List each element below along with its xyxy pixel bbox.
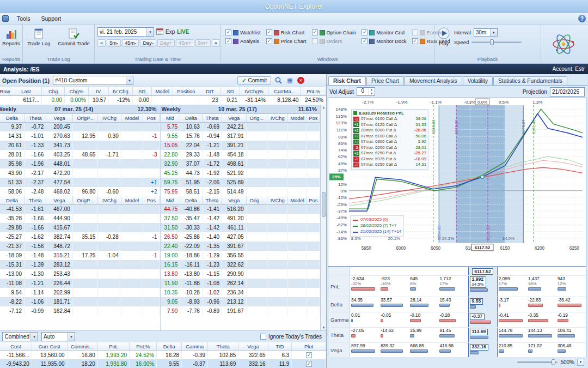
slider-thumb[interactable] [490, 39, 494, 45]
col-pos[interactable]: Pos [307, 196, 320, 204]
interval-select[interactable]: 30m ▾ [474, 28, 498, 37]
table-row[interactable]: 22.8029.33-1.48454.18 [161, 150, 320, 159]
vertical-scrollbar[interactable]: ▲ ▼ [321, 105, 326, 330]
window-toggle-risk-chart[interactable]: ✓Risk Chart [266, 29, 307, 35]
col-model[interactable]: Model [121, 114, 143, 122]
table-row[interactable]: -8.22-1.06181.71 [0, 297, 160, 306]
table-row[interactable]: 22.40-22.09-1.35391.67 [161, 242, 320, 251]
col-row[interactable]: Row [0, 87, 10, 95]
table-row[interactable]: -25.27-1.62382.7435.15-0.28-1 [0, 232, 160, 242]
table-row[interactable]: 5.7510.63-0.69242.21 [161, 122, 320, 131]
col-vega[interactable]: Vega [222, 196, 246, 204]
col-origp[interactable]: OrigP... [72, 114, 97, 122]
col-pnl[interactable]: PnL% [301, 87, 326, 95]
nav-5m-button[interactable]: 5m+ [195, 39, 211, 47]
menu-item-tools[interactable]: Tools [12, 14, 35, 23]
nav-45m-button[interactable]: 45m- [122, 39, 139, 47]
col-pos[interactable]: Pos [143, 114, 160, 122]
tab-risk-chart[interactable]: Risk Chart [328, 76, 366, 85]
window-toggle-watchlist[interactable]: ✓Watchlist [225, 29, 261, 35]
table-row[interactable]: 58.06-2.48468.0296.80-0.60+2 [0, 187, 160, 196]
scrollbar-thumb[interactable] [322, 192, 326, 217]
table-row[interactable]: 28.01-1.66403.2548.65-1.71-3 [0, 150, 160, 159]
menu-item-support[interactable]: Support [36, 14, 66, 23]
col-iv[interactable]: IV [88, 87, 108, 95]
vol-adjust-spinner[interactable]: 0 ▲▼ [357, 87, 375, 96]
chevron-down-icon[interactable]: ▾ [68, 333, 75, 341]
col-iv-chg[interactable]: IV Chg [109, 87, 133, 95]
col-model[interactable]: Model [288, 196, 307, 204]
strategy-select[interactable]: #410 Custom ▾ [53, 76, 133, 85]
col-ivchg[interactable]: IVChg [98, 196, 121, 204]
col-origp[interactable]: OrigP... [72, 196, 97, 204]
trading-date-input[interactable]: vi. 21 feb. 2025 ▾ [97, 27, 154, 37]
table-row[interactable]: 10.35-10.28-1.02236.34 [161, 288, 320, 297]
col-mid[interactable]: Mid [161, 114, 180, 122]
table-row[interactable]: 15.0522.04-1.21391.21 [161, 141, 320, 150]
col-gamma[interactable]: Gamma [182, 342, 208, 351]
table-row[interactable]: 51.33-2.37477.54+1 [0, 178, 160, 187]
plot-checkbox-cell[interactable]: ✓ [292, 351, 326, 359]
speed-slider[interactable] [471, 39, 522, 45]
table-row[interactable]: 14.31-1.01270.6312.950.30-1 [0, 131, 160, 141]
table-row[interactable]: -41.53-1.61467.00 [0, 204, 160, 214]
auto-select[interactable]: Auto ▾ [41, 332, 75, 341]
chevron-down-icon[interactable]: ▾ [126, 76, 133, 85]
tab-price-chart[interactable]: Price Chart [366, 76, 404, 85]
analysis-tab[interactable]: Analysis: /ES [3, 66, 40, 73]
nav-5m-button[interactable]: 5m- [107, 39, 121, 47]
col-model[interactable]: Model [121, 196, 143, 204]
col-chg[interactable]: Chg% [64, 87, 88, 95]
col-orig[interactable]: Orig... [246, 114, 267, 122]
plot-checkbox[interactable]: ✓ [306, 361, 312, 367]
col-delta[interactable]: Delta [180, 114, 202, 122]
col-cost[interactable]: Cost [0, 342, 32, 351]
col-sd[interactable]: SD [132, 87, 151, 95]
scroll-up-icon[interactable]: ▲ [322, 105, 326, 110]
window-toggle-monitor-grid[interactable]: ✓Monitor Grid [362, 29, 406, 35]
col-curr-cost[interactable]: Curr Cost [32, 342, 67, 351]
table-row[interactable]: 16.15-16.11-1.23322.62 [161, 260, 320, 269]
table-row[interactable]: 7.90-7.76-0.89191.67 [161, 306, 320, 316]
col-model[interactable]: Model [288, 114, 307, 122]
col-mid[interactable]: Mid [161, 196, 180, 204]
table-row[interactable]: 13.80-13.80-1.15290.90 [161, 269, 320, 279]
col-model[interactable]: Model [151, 87, 173, 95]
col-vega[interactable]: Vega [222, 114, 246, 122]
col-currma[interactable]: CurrMa... [268, 87, 301, 95]
table-row[interactable]: -9.54-1.14202.99 [0, 288, 160, 297]
tab-volatility[interactable]: Volatility [463, 76, 493, 85]
table-row[interactable]: 75.9558.51-2.15514.49 [161, 187, 320, 196]
table-row[interactable]: -18.09-1.48315.2117.25-1.04-1 [0, 251, 160, 260]
table-row[interactable]: 35.98-1.96448.01 [0, 159, 160, 168]
chevron-down-icon[interactable]: ▾ [490, 29, 497, 36]
reports-button[interactable]: Reports [0, 26, 22, 48]
col-vega[interactable]: Vega [238, 342, 268, 351]
calendar-icon[interactable] [156, 28, 163, 36]
chevron-down-icon[interactable]: ▾ [146, 28, 154, 36]
table-row[interactable]: -15.31-1.39283.12 [0, 260, 160, 269]
col-delta[interactable]: Delta [0, 196, 24, 204]
nav-day-button[interactable]: Day- [140, 39, 156, 47]
col-theta[interactable]: Theta [202, 114, 222, 122]
table-row[interactable]: 26.50-25.88-1.40427.05 [161, 232, 320, 242]
col-theta[interactable]: Theta [202, 196, 222, 204]
table-row[interactable]: 37.50-35.47-1.42491.20 [161, 214, 320, 223]
col-t-d[interactable]: T/D [268, 342, 292, 351]
col-ivchg[interactable]: IVChg% [240, 87, 268, 95]
projection-date[interactable]: 21/02/2025 [550, 87, 585, 96]
spinner-down-icon[interactable]: ▼ [369, 92, 375, 95]
table-row[interactable]: 31.50-30.33-1.42461.11 [161, 223, 320, 232]
table-row[interactable]: -21.37-1.56348.72 [0, 242, 160, 251]
window-toggle-analysis[interactable]: ✓Analysis [225, 38, 261, 44]
tab-statistics-fundamentals[interactable]: Statistics & Fundamentals [493, 76, 567, 85]
nav-back-button[interactable]: « [97, 39, 106, 47]
table-row[interactable]: -29.88-1.66415.67 [0, 223, 160, 232]
spinner-up-icon[interactable]: ▲ [369, 88, 375, 92]
col-delta[interactable]: Delta [180, 196, 202, 204]
table-row[interactable]: 45.2544.73-1.92521.92 [161, 168, 320, 178]
totals-row[interactable]: -11,566...13,560.0016.801,993.2024.52%16… [0, 351, 326, 359]
window-toggle-earnings[interactable]: Earnings [412, 29, 450, 35]
col-theta[interactable]: Theta [24, 114, 46, 122]
table-row[interactable]: 59.7551.95-2.06525.89 [161, 178, 320, 187]
